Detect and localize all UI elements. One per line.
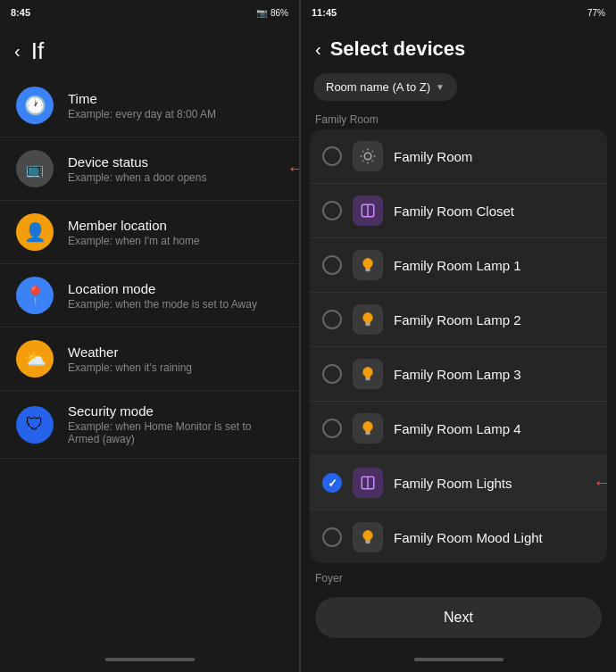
radio-family-room-lights[interactable] xyxy=(322,473,342,493)
right-time: 11:45 xyxy=(312,7,337,18)
section-family-room-label: Family Room xyxy=(301,108,616,129)
left-header: ‹ If xyxy=(0,25,299,74)
sort-button[interactable]: Room name (A to Z) ▼ xyxy=(313,73,457,101)
left-panel: 8:45 📷 86% ‹ If 🕐 Time Example: every da… xyxy=(0,0,299,672)
menu-item-time[interactable]: 🕐 Time Example: every day at 8:00 AM xyxy=(0,74,299,137)
left-battery: 📷 86% xyxy=(256,8,288,18)
svg-line-8 xyxy=(372,151,373,152)
right-battery: 77% xyxy=(587,8,605,18)
device-item-family-room-lights[interactable]: Family Room Lights ← xyxy=(310,456,607,510)
lamp-3-icon xyxy=(353,359,383,389)
family-room-lights-icon xyxy=(353,468,383,498)
menu-weather-title: Weather xyxy=(68,344,283,360)
device-item-lamp-1[interactable]: Family Room Lamp 1 xyxy=(310,238,607,293)
menu-item-security-mode[interactable]: 🛡 Security mode Example: when Home Monit… xyxy=(0,391,299,459)
next-button[interactable]: Next xyxy=(315,597,602,638)
right-nav-indicator xyxy=(414,658,504,661)
right-back-button[interactable]: ‹ xyxy=(315,39,321,60)
left-menu-list: 🕐 Time Example: every day at 8:00 AM 📺 D… xyxy=(0,74,299,651)
next-button-area: Next xyxy=(301,588,616,651)
menu-item-weather[interactable]: ⛅ Weather Example: when it's raining xyxy=(0,328,299,391)
menu-security-mode-subtitle: Example: when Home Monitor is set to Arm… xyxy=(68,420,283,445)
location-mode-icon: 📍 xyxy=(16,277,54,314)
svg-line-3 xyxy=(362,151,363,152)
radio-lamp-3[interactable] xyxy=(322,364,342,384)
radio-lamp-1[interactable] xyxy=(322,255,342,275)
menu-location-mode-subtitle: Example: when the mode is set to Away xyxy=(68,298,283,311)
svg-rect-14 xyxy=(366,433,370,435)
device-name-mood-light: Family Room Mood Light xyxy=(394,530,595,545)
menu-item-member-location[interactable]: 👤 Member location Example: when I'm at h… xyxy=(0,201,299,264)
left-nav-bar xyxy=(0,651,299,672)
left-time: 8:45 xyxy=(11,7,30,18)
device-item-lamp-3[interactable]: Family Room Lamp 3 xyxy=(310,347,607,402)
left-page-title: If xyxy=(31,37,44,65)
sort-label: Room name (A to Z) xyxy=(326,80,430,94)
left-status-bar: 8:45 📷 86% xyxy=(0,0,299,25)
device-name-family-room: Family Room xyxy=(394,149,595,164)
radio-family-room[interactable] xyxy=(322,146,342,166)
right-page-title: Select devices xyxy=(330,37,466,61)
radio-lamp-2[interactable] xyxy=(322,310,342,329)
security-mode-icon: 🛡 xyxy=(16,406,54,444)
svg-rect-12 xyxy=(366,324,370,326)
menu-security-mode-title: Security mode xyxy=(68,403,283,419)
menu-time-title: Time xyxy=(68,91,283,106)
radio-family-room-closet[interactable] xyxy=(322,201,342,220)
menu-time-subtitle: Example: every day at 8:00 AM xyxy=(68,108,283,120)
device-name-lamp-2: Family Room Lamp 2 xyxy=(394,312,595,328)
weather-icon: ⛅ xyxy=(16,340,54,377)
device-item-lamp-2[interactable]: Family Room Lamp 2 xyxy=(310,293,607,347)
device-name-lamp-3: Family Room Lamp 3 xyxy=(394,367,595,382)
svg-rect-17 xyxy=(366,542,370,543)
right-nav-bar xyxy=(301,651,616,672)
chevron-down-icon: ▼ xyxy=(436,82,445,92)
device-item-lamp-4[interactable]: Family Room Lamp 4 xyxy=(310,402,607,456)
device-status-icon: 📺 xyxy=(16,150,54,187)
family-room-icon xyxy=(353,141,383,171)
lamp-4-icon xyxy=(353,413,383,444)
device-list: Family Room Family Room Closet Family Ro… xyxy=(310,129,607,563)
lamp-2-icon xyxy=(353,304,383,335)
device-item-family-room[interactable]: Family Room xyxy=(310,129,607,184)
right-panel: 11:45 77% ‹ Select devices Room name (A … xyxy=(301,0,616,672)
radio-lamp-4[interactable] xyxy=(322,419,342,438)
menu-device-status-title: Device status xyxy=(68,154,283,170)
svg-line-7 xyxy=(362,161,363,162)
menu-member-location-subtitle: Example: when I'm at home xyxy=(68,235,283,247)
family-room-lights-arrow: ← xyxy=(593,471,607,494)
device-name-family-room-lights: Family Room Lights xyxy=(394,476,595,491)
device-item-family-room-closet[interactable]: Family Room Closet xyxy=(310,184,607,238)
device-status-arrow: ← xyxy=(287,157,299,180)
device-name-lamp-1: Family Room Lamp 1 xyxy=(394,258,595,273)
svg-rect-13 xyxy=(366,378,370,380)
right-status-bar: 11:45 77% xyxy=(301,0,616,25)
mood-light-icon xyxy=(353,522,383,552)
time-icon: 🕐 xyxy=(16,87,54,124)
member-location-icon: 👤 xyxy=(16,213,54,251)
family-room-closet-icon xyxy=(353,195,383,226)
svg-line-4 xyxy=(372,161,373,162)
menu-item-location-mode[interactable]: 📍 Location mode Example: when the mode i… xyxy=(0,264,299,328)
menu-device-status-subtitle: Example: when a door opens xyxy=(68,171,283,184)
section-foyer-label: Foyer xyxy=(301,563,616,588)
svg-point-0 xyxy=(364,153,371,160)
radio-mood-light[interactable] xyxy=(322,527,342,547)
menu-weather-subtitle: Example: when it's raining xyxy=(68,361,283,374)
menu-item-device-status[interactable]: 📺 Device status Example: when a door ope… xyxy=(0,137,299,201)
sort-bar: Room name (A to Z) ▼ xyxy=(313,73,604,101)
left-nav-indicator xyxy=(105,658,195,661)
left-back-button[interactable]: ‹ xyxy=(14,41,21,62)
lamp-1-icon xyxy=(353,250,383,280)
svg-rect-11 xyxy=(366,270,370,271)
menu-location-mode-title: Location mode xyxy=(68,281,283,296)
right-header: ‹ Select devices xyxy=(301,25,616,70)
device-name-lamp-4: Family Room Lamp 4 xyxy=(394,421,595,436)
menu-member-location-title: Member location xyxy=(68,218,283,233)
device-item-mood-light[interactable]: Family Room Mood Light xyxy=(310,510,607,563)
device-name-family-room-closet: Family Room Closet xyxy=(394,203,595,219)
